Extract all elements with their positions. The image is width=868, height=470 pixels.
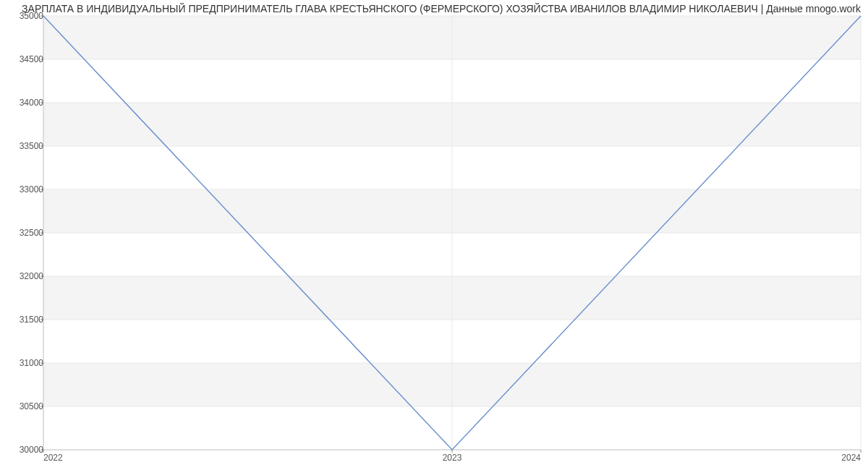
y-tick-label: 35000 <box>4 11 43 21</box>
y-tick-label: 34500 <box>4 54 43 64</box>
y-tick-label: 33000 <box>4 184 43 195</box>
y-tick-label: 30000 <box>4 445 43 455</box>
plot-area <box>43 16 861 450</box>
chart-container: ЗАРПЛАТА В ИНДИВИДУАЛЬНЫЙ ПРЕДПРИНИМАТЕЛ… <box>0 0 868 470</box>
chart-svg <box>43 16 861 450</box>
y-tick-label: 31500 <box>4 315 43 325</box>
y-tick-label: 32000 <box>4 271 43 281</box>
y-tick-label: 32500 <box>4 228 43 238</box>
y-tick-label: 34000 <box>4 98 43 108</box>
y-tick-label: 31000 <box>4 358 43 368</box>
chart-title: ЗАРПЛАТА В ИНДИВИДУАЛЬНЫЙ ПРЕДПРИНИМАТЕЛ… <box>7 3 861 14</box>
y-tick-label: 30500 <box>4 401 43 411</box>
x-tick-label: 2024 <box>841 453 861 463</box>
x-tick-label: 2023 <box>443 453 462 463</box>
x-tick-label: 2022 <box>43 453 63 463</box>
y-tick-label: 33500 <box>4 141 43 151</box>
